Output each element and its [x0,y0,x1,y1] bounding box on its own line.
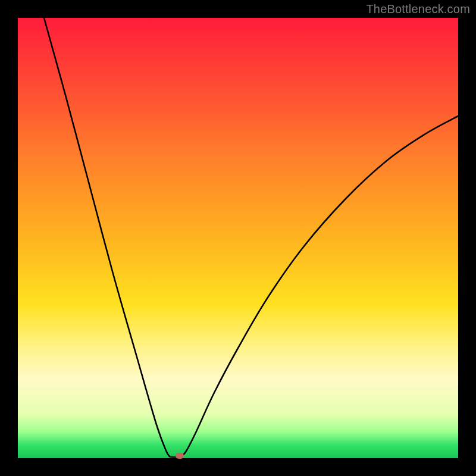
watermark-text: TheBottleneck.com [366,2,470,16]
bottleneck-curve [18,18,458,458]
curve-path [44,18,458,457]
gradient-plot-area [18,18,458,458]
chart-frame: TheBottleneck.com [0,0,476,476]
optimal-point-marker [176,453,184,459]
